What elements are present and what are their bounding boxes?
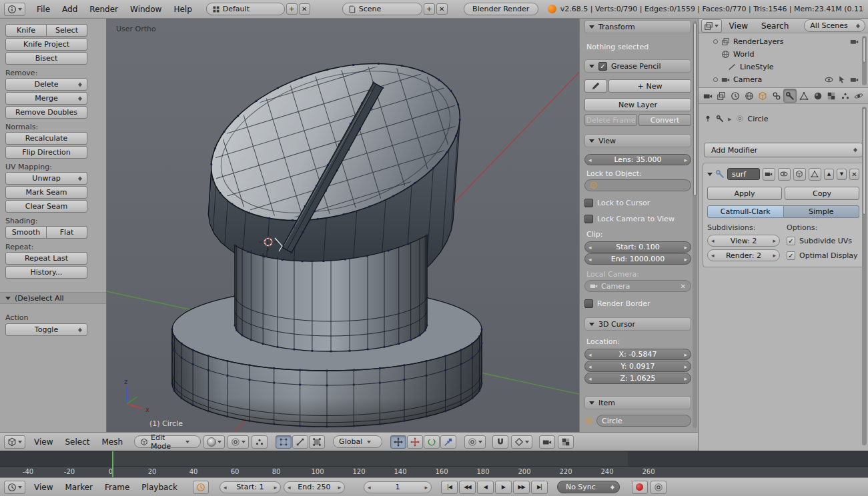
render-engine-selector[interactable]: Blender Render	[464, 3, 538, 15]
delete-screen-layout-button[interactable]: ✕	[299, 3, 310, 15]
render-border-checkbox[interactable]: Render Border	[584, 299, 691, 308]
eye-restriction-toggle-icon[interactable]	[825, 75, 833, 84]
current-frame-indicator-button[interactable]	[193, 481, 209, 494]
increment-arrow-icon[interactable]: ▸	[684, 244, 687, 251]
decrement-arrow-icon[interactable]: ◂	[588, 157, 592, 163]
translate-manipulator-button[interactable]	[407, 435, 423, 449]
properties-tab-scene[interactable]	[729, 89, 742, 103]
modifier-render-toggle[interactable]	[763, 168, 775, 181]
properties-tab-constraints[interactable]	[770, 89, 783, 103]
menu-search[interactable]: Search	[755, 20, 795, 32]
jump-to-next-keyframe-button[interactable]: ▶▶	[513, 481, 530, 494]
panel-header-deselect-all[interactable]: (De)select All	[0, 292, 106, 304]
snap-element-dropdown[interactable]	[511, 435, 532, 449]
outliner-item-world[interactable]: World	[699, 48, 868, 61]
auto-keyframe-record-button[interactable]	[632, 481, 648, 494]
move-modifier-up-button[interactable]: ▲	[824, 169, 834, 180]
editor-type-button[interactable]	[4, 3, 25, 16]
knife-project-button[interactable]: Knife Project	[5, 38, 87, 51]
decrement-arrow-icon[interactable]: ◂	[588, 256, 592, 263]
lock-object-field[interactable]	[584, 179, 691, 191]
view-subdivisions-field[interactable]: ◂ View: 2 ▸	[707, 235, 780, 247]
properties-tab-render[interactable]	[701, 89, 715, 103]
outliner-item-renderlayers[interactable]: RenderLayers	[699, 35, 868, 48]
optimal-display-checkbox[interactable]: ✓Optimal Display	[787, 249, 859, 261]
lock-camera-to-view-checkbox[interactable]: Lock Camera to View	[584, 214, 691, 223]
panel-header-view[interactable]: View	[584, 134, 691, 147]
local-camera-field[interactable]: Camera ✕	[584, 280, 691, 292]
expand-icon[interactable]	[713, 39, 718, 44]
properties-tab-render-layers[interactable]	[715, 89, 729, 103]
increment-arrow-icon[interactable]: ▸	[684, 351, 687, 358]
jump-to-prev-keyframe-button[interactable]: ◀◀	[459, 481, 476, 494]
outliner-item-linestyle[interactable]: LineStyle	[699, 61, 868, 73]
menu-view[interactable]: View	[723, 20, 754, 32]
toggle-menu-button[interactable]: Toggle	[5, 323, 87, 336]
properties-tab-material[interactable]	[811, 89, 825, 103]
increment-arrow-icon[interactable]: ▸	[773, 252, 776, 259]
panel-header-transform[interactable]: Transform	[584, 20, 691, 33]
menu-mesh[interactable]: Mesh	[96, 436, 129, 448]
select-button[interactable]: Select	[47, 24, 87, 37]
delete-scene-button[interactable]: ✕	[436, 3, 448, 15]
decrement-arrow-icon[interactable]: ◂	[588, 244, 592, 251]
subdivide-uvs-checkbox[interactable]: ✓Subdivide UVs	[787, 235, 859, 247]
properties-tab-object-data[interactable]	[797, 89, 811, 103]
menu-select[interactable]: Select	[59, 436, 95, 448]
bisect-button[interactable]: Bisect	[5, 52, 87, 65]
render-subdivisions-field[interactable]: ◂ Render: 2 ▸	[707, 249, 780, 261]
scene-selector[interactable]: Scene	[342, 3, 422, 15]
menu-marker[interactable]: Marker	[59, 481, 98, 493]
flip-direction-button[interactable]: Flip Direction	[5, 146, 87, 159]
play-reverse-button[interactable]: ◀	[477, 481, 494, 494]
rotate-manipulator-button[interactable]	[424, 435, 440, 449]
editor-type-button[interactable]	[4, 435, 25, 449]
delete-frame-button[interactable]: Delete Frame	[584, 114, 637, 126]
pivot-center-dropdown[interactable]	[228, 435, 249, 449]
cursor-y-field[interactable]: ◂ Y: 0.0917 ▸	[584, 361, 691, 372]
screen-layout-selector[interactable]: Default	[206, 3, 285, 15]
lens-field[interactable]: ◂ Lens: 35.000 ▸	[584, 154, 691, 165]
scrollbar[interactable]	[862, 107, 867, 445]
scrollbar[interactable]	[693, 21, 697, 428]
proportional-editing-dropdown[interactable]	[464, 435, 486, 449]
increment-arrow-icon[interactable]: ▸	[684, 363, 687, 370]
menu-render[interactable]: Render	[83, 3, 124, 15]
menu-view[interactable]: View	[28, 481, 59, 493]
menu-view[interactable]: View	[28, 436, 59, 448]
menu-file[interactable]: File	[31, 3, 56, 15]
play-button[interactable]: ▶	[495, 481, 512, 494]
delete-menu-button[interactable]: Delete	[5, 78, 87, 91]
properties-tab-texture[interactable]	[825, 89, 838, 103]
viewport-shading-dropdown[interactable]	[203, 435, 225, 449]
new-layer-button[interactable]: New Layer	[584, 98, 691, 111]
lock-to-cursor-checkbox[interactable]: Lock to Cursor	[584, 198, 691, 207]
edge-select-button[interactable]	[292, 435, 308, 449]
keying-options-button[interactable]	[650, 481, 667, 494]
simple-button[interactable]: Simple	[784, 205, 860, 218]
increment-arrow-icon[interactable]: ▸	[684, 157, 687, 163]
opengl-render-button[interactable]	[539, 435, 555, 449]
grease-pencil-new-button[interactable]: + New	[608, 79, 691, 93]
outliner-item-camera[interactable]: Camera	[699, 73, 868, 86]
properties-tab-particles[interactable]	[839, 89, 852, 103]
scrollbar-thumb[interactable]	[863, 37, 866, 63]
decrement-arrow-icon[interactable]: ◂	[588, 351, 592, 358]
mark-seam-button[interactable]: Mark Seam	[5, 186, 87, 199]
knife-button[interactable]: Knife	[5, 24, 47, 37]
increment-arrow-icon[interactable]: ▸	[684, 375, 687, 382]
cursor-x-field[interactable]: ◂ X: -0.5847 ▸	[584, 349, 691, 360]
expand-icon[interactable]	[713, 77, 718, 82]
current-frame-field[interactable]: ◂ 1 ▸	[364, 481, 432, 493]
clear-seam-button[interactable]: Clear Seam	[5, 200, 87, 213]
expand-icon[interactable]	[707, 173, 713, 179]
menu-window[interactable]: Window	[124, 3, 167, 15]
repeat-last-button[interactable]: Repeat Last	[5, 252, 87, 265]
opengl-render-anim-button[interactable]	[558, 435, 574, 449]
menu-playback[interactable]: Playback	[135, 481, 183, 493]
merge-menu-button[interactable]: Merge	[5, 92, 87, 105]
decrement-arrow-icon[interactable]: ◂	[288, 484, 291, 491]
face-select-button[interactable]	[309, 435, 325, 449]
cam-restriction-toggle-icon[interactable]	[850, 75, 859, 84]
grease-pencil-checkbox[interactable]: ✓	[598, 62, 607, 71]
